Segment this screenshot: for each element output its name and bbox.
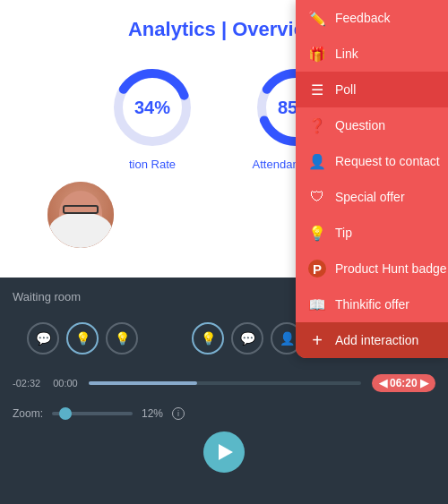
link-icon: 🎁 — [308, 45, 326, 63]
menu-item-product-hunt[interactable]: P Product Hunt badge — [296, 251, 448, 286]
add-interaction-icon: + — [308, 331, 326, 349]
zoom-slider[interactable] — [52, 412, 133, 415]
time-bar-fill — [89, 381, 198, 385]
menu-item-thinkific[interactable]: 📖 Thinkific offer — [296, 286, 448, 322]
chart-label-completion: tion Rate — [129, 158, 176, 171]
menu-item-tip[interactable]: 💡 Tip — [296, 215, 448, 251]
special-offer-icon: 🛡 — [308, 188, 326, 206]
zoom-slider-thumb — [59, 407, 72, 420]
menu-item-question[interactable]: ❓ Question — [296, 107, 448, 143]
time-start: -02:32 — [13, 378, 40, 389]
menu-label-add-interaction: Add interaction — [335, 333, 418, 347]
time-mid: 00:00 — [53, 378, 78, 389]
menu-label-poll: Poll — [335, 82, 356, 97]
question-icon: ❓ — [308, 116, 326, 134]
menu-label-request: Request to contact — [335, 154, 440, 168]
menu-item-poll[interactable]: ☰ Poll — [296, 72, 448, 107]
waiting-room-label: Waiting room — [13, 290, 81, 303]
tl-icon-bulb-3[interactable]: 💡 — [192, 322, 224, 355]
menu-label-tip: Tip — [335, 226, 352, 240]
tl-icon-bulb-2[interactable]: 💡 — [106, 322, 138, 355]
avatar — [45, 179, 116, 251]
play-icon — [219, 444, 233, 460]
play-button[interactable] — [203, 431, 245, 473]
feedback-icon: ✏️ — [308, 9, 326, 27]
menu-item-link[interactable]: 🎁 Link — [296, 36, 448, 72]
poll-icon: ☰ — [308, 81, 326, 98]
avatar-image — [47, 182, 114, 248]
zoom-label: Zoom: — [13, 407, 43, 420]
time-badge[interactable]: ◀ 06:20 ▶ — [372, 374, 435, 392]
menu-label-special-offer: Special offer — [335, 190, 405, 204]
tip-icon: 💡 — [308, 224, 326, 242]
menu-label-question: Question — [335, 118, 385, 132]
product-hunt-icon: P — [308, 260, 326, 278]
menu-item-request[interactable]: 👤 Request to contact — [296, 143, 448, 179]
chart-item-completion: 34% tion Rate — [108, 63, 197, 171]
menu-label-link: Link — [335, 47, 358, 61]
avatar-glasses — [63, 205, 99, 214]
donut-chart-completion: 34% — [108, 63, 197, 152]
menu-label-thinkific: Thinkific offer — [335, 297, 409, 312]
menu-item-add-interaction[interactable]: + Add interaction — [296, 322, 448, 358]
menu-label-product-hunt: Product Hunt badge — [335, 261, 447, 276]
thinkific-icon: 📖 — [308, 295, 326, 313]
tl-icon-bulb-1[interactable]: 💡 — [66, 322, 99, 355]
page-title: Analytics | Overview — [128, 18, 320, 41]
zoom-info-icon[interactable]: i — [172, 407, 185, 420]
request-icon: 👤 — [308, 152, 326, 170]
time-row: -02:32 00:00 ◀ 06:20 ▶ — [0, 374, 448, 392]
menu-item-feedback[interactable]: ✏️ Feedback — [296, 0, 448, 36]
zoom-row: Zoom: 12% i — [0, 407, 448, 420]
avatar-body — [49, 212, 112, 248]
zoom-percent: 12% — [142, 407, 163, 420]
dropdown-menu: ✏️ Feedback 🎁 Link ☰ Poll ❓ Question 👤 R… — [296, 0, 448, 358]
chart-value-completion: 34% — [134, 98, 170, 118]
menu-item-special-offer[interactable]: 🛡 Special offer — [296, 179, 448, 215]
tl-icon-chat-1[interactable]: 💬 — [27, 322, 59, 355]
tl-icon-chat-2[interactable]: 💬 — [231, 322, 263, 355]
menu-label-feedback: Feedback — [335, 11, 390, 25]
time-bar[interactable] — [89, 381, 361, 385]
